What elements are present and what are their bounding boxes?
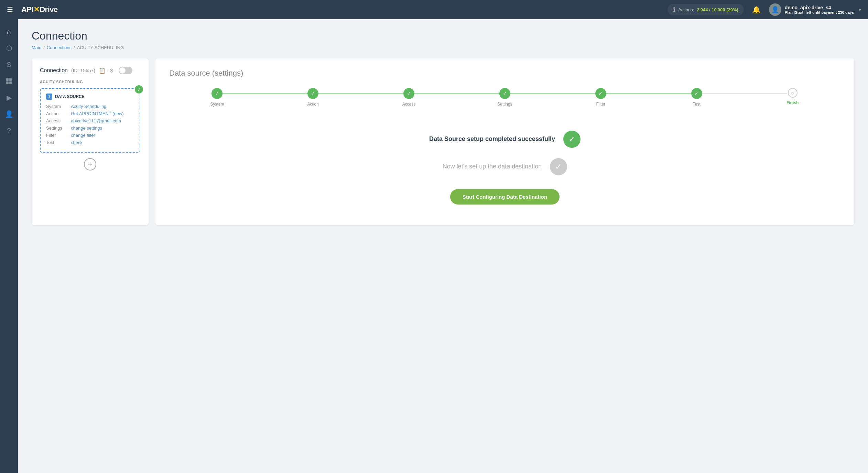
- step-circle-action: ✓: [307, 88, 318, 99]
- step-circle-finish: ○: [788, 88, 798, 98]
- step-label-test: Test: [693, 102, 701, 107]
- logo: API ✕ Drive: [21, 5, 58, 14]
- table-row: Filter change filter: [46, 133, 134, 138]
- table-row: Settings change settings: [46, 125, 134, 131]
- breadcrumb-connections[interactable]: Connections: [47, 45, 72, 50]
- step-label-access: Access: [402, 102, 416, 107]
- steps-track: ✓ System ✓ Action ✓ Access ✓ Settings: [169, 88, 840, 107]
- logo-text-pre: API: [21, 5, 33, 14]
- step-filter[interactable]: ✓ Filter: [553, 88, 649, 107]
- card-check-icon: ✓: [135, 85, 143, 94]
- table-row: Test check: [46, 140, 134, 145]
- connection-header: Connection (ID: 15657) 📋 ⚙: [40, 67, 140, 74]
- step-circle-settings: ✓: [499, 88, 510, 99]
- success-title: Data Source setup completed successfully: [429, 135, 555, 143]
- card-num: 1: [46, 94, 52, 100]
- step-system[interactable]: ✓ System: [169, 88, 265, 107]
- sidebar-item-connections[interactable]: ⬡: [2, 41, 16, 55]
- page-title: Connection: [32, 30, 854, 42]
- logo-x-icon: ✕: [33, 5, 40, 14]
- sidebar-item-account[interactable]: 👤: [2, 107, 16, 121]
- row-value-settings[interactable]: change settings: [71, 125, 102, 131]
- check-circle-green-icon: ✓: [563, 131, 581, 148]
- chevron-down-icon: ▾: [859, 7, 861, 12]
- success-row-completed: Data Source setup completed successfully…: [429, 131, 581, 148]
- sidebar-item-templates[interactable]: [2, 74, 16, 88]
- info-icon: ℹ: [673, 6, 675, 13]
- copy-icon[interactable]: 📋: [99, 67, 106, 74]
- step-test[interactable]: ✓ Test: [649, 88, 745, 107]
- svg-rect-0: [6, 78, 9, 81]
- menu-icon[interactable]: ☰: [7, 6, 13, 14]
- plan-text: Plan |Start| left until payment 230 days: [785, 10, 854, 14]
- breadcrumb-sep2: /: [74, 45, 75, 50]
- content: Connection Main / Connections / ACUITY S…: [18, 19, 868, 473]
- panels: Connection (ID: 15657) 📋 ⚙ ACUITY SCHEDU…: [32, 58, 854, 225]
- row-label-access: Access: [46, 118, 67, 123]
- table-row: Action Get APPOINTMENT (new): [46, 111, 134, 116]
- connection-label: ACUITY SCHEDULING: [40, 80, 140, 84]
- gear-icon[interactable]: ⚙: [109, 67, 114, 74]
- right-panel-title: Data source (settings): [169, 69, 840, 78]
- actions-badge: ℹ Actions: 2'944 / 10'000 (29%): [668, 4, 744, 15]
- row-label-action: Action: [46, 111, 67, 116]
- connection-id: (ID: 15657): [71, 68, 95, 73]
- row-label-settings: Settings: [46, 125, 67, 131]
- check-circle-gray-icon: ✓: [550, 158, 567, 175]
- sidebar-item-home[interactable]: ⌂: [2, 25, 16, 38]
- step-label-filter: Filter: [596, 102, 606, 107]
- step-finish[interactable]: ○ Finish: [745, 88, 840, 105]
- sidebar-item-billing[interactable]: $: [2, 58, 16, 72]
- step-settings[interactable]: ✓ Settings: [457, 88, 553, 107]
- row-value-action[interactable]: Get APPOINTMENT (new): [71, 111, 124, 116]
- step-circle-system: ✓: [211, 88, 223, 99]
- next-title: Now let's set up the data destination: [443, 162, 542, 171]
- step-label-action: Action: [307, 102, 319, 107]
- table-row: Access apixdrive111@gmail.com: [46, 118, 134, 123]
- actions-label: Actions:: [678, 7, 694, 12]
- success-row-next: Now let's set up the data destination ✓: [443, 158, 567, 175]
- breadcrumb-sep1: /: [43, 45, 45, 50]
- avatar: 👤: [769, 3, 781, 16]
- success-section: Data Source setup completed successfully…: [169, 124, 840, 215]
- username: demo_apix-drive_s4: [785, 5, 854, 10]
- row-value-access[interactable]: apixdrive111@gmail.com: [71, 118, 121, 123]
- data-source-card: ✓ 1 DATA SOURCE System Acuity Scheduling…: [40, 88, 140, 153]
- row-label-system: System: [46, 104, 67, 109]
- step-access[interactable]: ✓ Access: [361, 88, 457, 107]
- svg-rect-1: [9, 78, 12, 81]
- topnav: ☰ API ✕ Drive ℹ Actions: 2'944 / 10'000 …: [0, 0, 868, 19]
- step-label-finish: Finish: [786, 100, 799, 105]
- breadcrumb: Main / Connections / ACUITY SCHEDULING: [32, 45, 854, 50]
- right-panel: Data source (settings) ✓ System ✓ Action…: [155, 58, 854, 225]
- start-configuring-button[interactable]: Start Configuring Data Destination: [450, 189, 560, 205]
- connection-title: Connection: [40, 67, 68, 74]
- bell-icon[interactable]: 🔔: [752, 6, 761, 14]
- row-value-system[interactable]: Acuity Scheduling: [71, 104, 106, 109]
- row-value-test[interactable]: check: [71, 140, 83, 145]
- breadcrumb-main[interactable]: Main: [32, 45, 41, 50]
- svg-rect-3: [9, 81, 12, 84]
- add-data-source-button[interactable]: +: [84, 158, 96, 170]
- logo-text-post: Drive: [40, 5, 58, 14]
- main-layout: ⌂ ⬡ $ ▶ 👤 ? Connection Main / Connection…: [0, 19, 868, 473]
- step-circle-filter: ✓: [595, 88, 606, 99]
- actions-value: 2'944 / 10'000 (29%): [697, 7, 738, 12]
- step-circle-test: ✓: [691, 88, 702, 99]
- step-circle-access: ✓: [403, 88, 414, 99]
- card-title: 1 DATA SOURCE: [46, 94, 134, 100]
- sidebar: ⌂ ⬡ $ ▶ 👤 ?: [0, 19, 18, 473]
- left-panel: Connection (ID: 15657) 📋 ⚙ ACUITY SCHEDU…: [32, 58, 149, 225]
- table-row: System Acuity Scheduling: [46, 104, 134, 109]
- svg-rect-2: [6, 81, 9, 84]
- toggle-switch[interactable]: [119, 67, 132, 74]
- step-action[interactable]: ✓ Action: [265, 88, 361, 107]
- row-value-filter[interactable]: change filter: [71, 133, 95, 138]
- user-info: demo_apix-drive_s4 Plan |Start| left unt…: [785, 5, 854, 14]
- sidebar-item-video[interactable]: ▶: [2, 91, 16, 104]
- sidebar-item-help[interactable]: ?: [2, 124, 16, 138]
- row-label-filter: Filter: [46, 133, 67, 138]
- user-area[interactable]: 👤 demo_apix-drive_s4 Plan |Start| left u…: [769, 3, 861, 16]
- row-label-test: Test: [46, 140, 67, 145]
- breadcrumb-current: ACUITY SCHEDULING: [77, 45, 124, 50]
